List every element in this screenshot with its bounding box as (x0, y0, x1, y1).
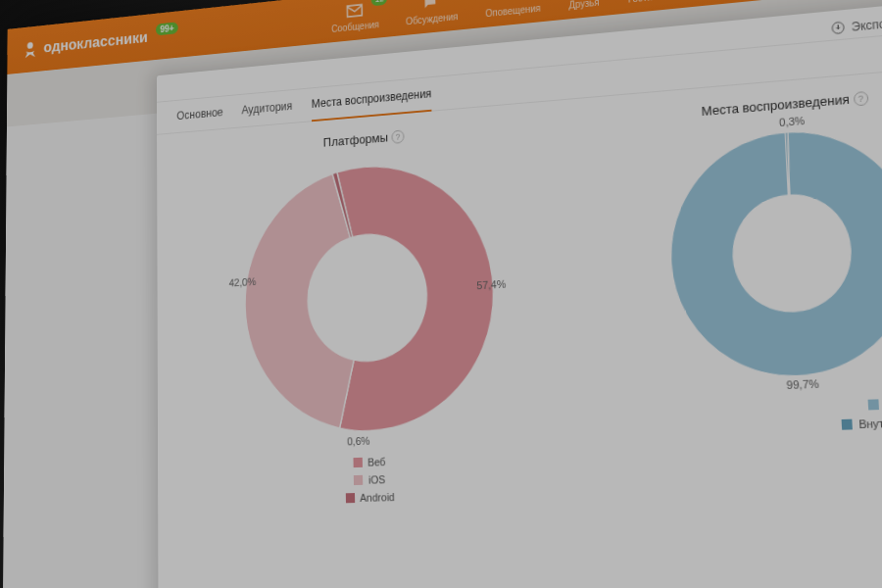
export-label: Экспортировать статистику (851, 5, 882, 34)
brand-name: одноклассники (43, 28, 147, 57)
donut-platforms: 57,4% 42,0% 0,6% (233, 145, 509, 448)
brand-logo[interactable]: одноклассники 99+ (22, 24, 178, 60)
nav-label: Гости (628, 0, 653, 4)
nav-notifications[interactable]: Оповещения (485, 0, 541, 19)
legend-locations: Встроенное видео Внутренние просмотры (581, 392, 882, 439)
nav-messages[interactable]: 12 Сообщения (331, 0, 379, 33)
help-icon[interactable]: ? (392, 129, 405, 143)
pct-ios: 42,0% (229, 275, 257, 288)
nav-label: Сообщения (331, 19, 379, 33)
nav-friends[interactable]: 23 Друзья (567, 0, 599, 10)
tab-audience[interactable]: Аудитория (241, 99, 292, 126)
swatch (345, 493, 354, 503)
pct-web: 57,4% (476, 278, 506, 292)
swatch (867, 399, 878, 410)
ok-logo-icon (22, 39, 39, 60)
swatch (842, 419, 853, 430)
chart-title-text: Места воспроизведения (701, 91, 850, 119)
device-screen: одноклассники 99+ 12 Сообщения 2 Обсужде… (2, 0, 882, 588)
export-icon (829, 20, 845, 36)
stats-card: Экспортировать статистику Основное Аудит… (157, 0, 882, 588)
chart-platforms: Платформы? 57,4% 42,0% 0,6% Веб iOS Andr… (177, 116, 574, 508)
pct-embedded: 99,7% (786, 377, 819, 391)
help-icon[interactable]: ? (854, 91, 869, 107)
nav-label: Обсуждения (406, 11, 459, 26)
legend-platforms: Веб iOS Android (178, 450, 574, 508)
chat-icon (421, 0, 442, 13)
legend-label: Android (360, 491, 395, 504)
svg-point-0 (27, 42, 33, 49)
legend-item-ios: iOS (354, 473, 385, 486)
envelope-icon (345, 0, 365, 21)
legend-label: Внутренние просмотры (858, 414, 882, 430)
legend-label: iOS (368, 473, 385, 486)
pct-internal: 0,3% (779, 115, 806, 128)
donut-locations: 99,7% 0,3% (656, 112, 882, 392)
legend-item-embedded: Встроенное видео (867, 394, 882, 411)
brand-badge: 99+ (156, 22, 178, 35)
chart-locations: Места воспроизведения? 99,7% 0,3% Встрое… (571, 78, 882, 499)
legend-item-android: Android (345, 491, 394, 504)
tab-general[interactable]: Основное (176, 106, 222, 132)
chart-title-text: Платформы (323, 130, 388, 150)
nav-label: Оповещения (485, 2, 541, 18)
legend-item-web: Веб (353, 456, 385, 468)
nav-guests[interactable]: Гости (627, 0, 653, 4)
swatch (354, 475, 363, 485)
nav-discussions[interactable]: 2 Обсуждения (405, 0, 458, 26)
pct-android: 0,6% (347, 435, 369, 448)
nav-badge: 12 (371, 0, 387, 6)
swatch (353, 458, 362, 467)
legend-item-internal: Внутренние просмотры (842, 414, 882, 431)
legend-label: Веб (368, 456, 386, 468)
nav-label: Друзья (568, 0, 600, 10)
